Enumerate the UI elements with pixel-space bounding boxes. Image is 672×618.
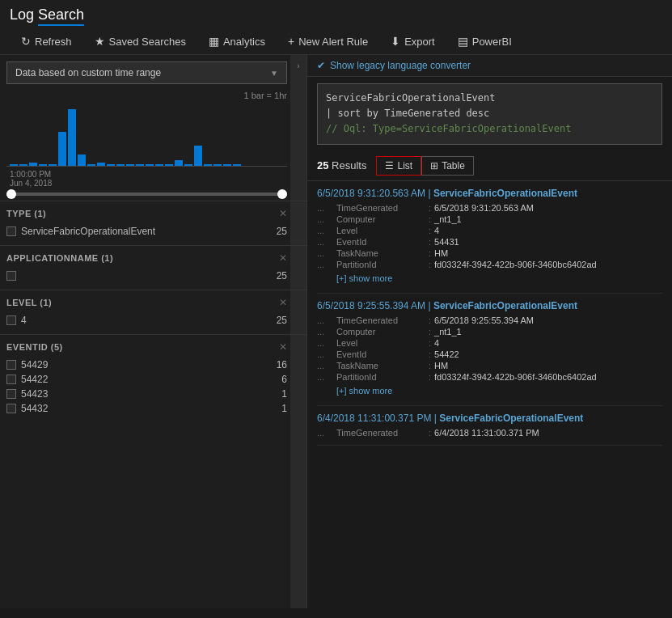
query-editor[interactable]: ServiceFabricOperationalEvent| sort by T…: [317, 83, 662, 145]
field-value: _nt1_1: [434, 214, 462, 224]
result-field: ...Level:4: [317, 337, 662, 349]
field-expand-icon[interactable]: ...: [317, 315, 333, 325]
histogram-bar: [204, 164, 212, 166]
facet-section-applicationname: APPLICATIONNAME (1)✕25: [0, 245, 306, 290]
facet-checkbox[interactable]: [6, 375, 16, 384]
facet-label: 54429: [21, 359, 48, 370]
facet-label: ServiceFabricOperationalEvent: [21, 226, 155, 237]
field-name: TimeGenerated: [336, 428, 425, 438]
result-title[interactable]: 6/4/2018 11:31:00.371 PM | ServiceFabric…: [317, 413, 662, 424]
histogram-bar: [87, 164, 95, 166]
histogram-chart: [6, 102, 287, 167]
facet-row[interactable]: 25: [6, 269, 287, 283]
field-expand-icon[interactable]: ...: [317, 237, 333, 247]
facet-row[interactable]: 544321: [6, 401, 287, 416]
histogram-bar: [39, 164, 47, 166]
saved-searches-button[interactable]: ★ Saved Searches: [83, 28, 197, 54]
field-expand-icon[interactable]: ...: [317, 260, 333, 269]
histogram-bar: [136, 164, 144, 166]
facet-title: APPLICATIONNAME (1): [6, 253, 113, 263]
main-layout: › Data based on custom time range ▼ 1 ba…: [0, 55, 672, 608]
facet-checkbox[interactable]: [6, 315, 16, 325]
field-value: 54431: [434, 237, 459, 247]
field-name: EventId: [336, 349, 425, 359]
field-name: Level: [336, 226, 425, 235]
histogram-bar: [58, 132, 66, 166]
facet-count: 16: [277, 359, 287, 370]
field-expand-icon[interactable]: ...: [317, 349, 333, 359]
legacy-converter-bar[interactable]: ✔ Show legacy language converter: [307, 55, 672, 77]
analytics-icon: ▦: [209, 35, 219, 48]
facet-close-icon[interactable]: ✕: [279, 341, 287, 353]
result-title[interactable]: 6/5/2018 9:31:20.563 AM | ServiceFabricO…: [317, 188, 662, 199]
field-expand-icon[interactable]: ...: [317, 338, 333, 348]
field-name: TimeGenerated: [336, 315, 425, 325]
histogram-bar: [10, 164, 18, 166]
field-expand-icon[interactable]: ...: [317, 226, 333, 235]
facet-row[interactable]: ServiceFabricOperationalEvent25: [6, 224, 287, 239]
result-field: ...PartitionId:fd03324f-3942-422b-906f-3…: [317, 259, 662, 270]
field-expand-icon[interactable]: ...: [317, 214, 333, 224]
slider-thumb-right[interactable]: [277, 189, 287, 199]
facet-row[interactable]: 5442916: [6, 358, 287, 372]
field-expand-icon[interactable]: ...: [317, 203, 333, 213]
field-colon: :: [429, 248, 431, 258]
field-name: Computer: [336, 327, 425, 337]
histogram-bar: [29, 163, 37, 166]
facet-checkbox[interactable]: [6, 226, 16, 236]
analytics-button[interactable]: ▦ Analytics: [197, 28, 277, 54]
show-more-link[interactable]: [+] show more: [317, 270, 662, 286]
result-title[interactable]: 6/5/2018 9:25:55.394 AM | ServiceFabricO…: [317, 300, 662, 311]
time-range-selector[interactable]: Data based on custom time range ▼: [6, 61, 287, 84]
field-expand-icon[interactable]: ...: [317, 327, 333, 337]
histogram-bar: [194, 146, 202, 166]
facet-close-icon[interactable]: ✕: [279, 208, 287, 219]
field-expand-icon[interactable]: ...: [317, 428, 333, 438]
facet-checkbox[interactable]: [6, 404, 16, 413]
title-prefix: Log: [10, 6, 34, 23]
view-list-button[interactable]: ☰ List: [376, 156, 421, 176]
plus-icon: +: [288, 35, 294, 48]
facet-section-type: TYPE (1)✕ServiceFabricOperationalEvent25: [0, 201, 306, 245]
histogram-bar: [175, 160, 183, 166]
facet-checkbox[interactable]: [6, 360, 16, 370]
field-colon: :: [429, 315, 431, 325]
field-value: _nt1_1: [434, 327, 462, 337]
facet-close-icon[interactable]: ✕: [279, 252, 287, 264]
powerbi-icon: ▤: [458, 35, 468, 48]
facet-count: 1: [281, 388, 287, 400]
result-item: 6/4/2018 11:31:00.371 PM | ServiceFabric…: [317, 406, 662, 446]
slider-track: [6, 193, 287, 196]
show-more-link[interactable]: [+] show more: [317, 383, 662, 399]
view-table-button[interactable]: ⊞ Table: [421, 156, 474, 176]
result-item: 6/5/2018 9:31:20.563 AM | ServiceFabricO…: [317, 181, 662, 294]
facet-checkbox[interactable]: [6, 389, 16, 399]
facet-close-icon[interactable]: ✕: [279, 297, 287, 308]
time-slider[interactable]: [0, 188, 306, 201]
export-button[interactable]: ⬇ Export: [379, 28, 446, 54]
facet-row[interactable]: 544226: [6, 372, 287, 387]
query-line: // Oql: Type=ServiceFabricOperationalEve…: [326, 121, 653, 137]
facet-checkbox[interactable]: [6, 271, 16, 281]
refresh-button[interactable]: ↻ Refresh: [10, 28, 83, 54]
field-expand-icon[interactable]: ...: [317, 361, 333, 370]
field-name: TimeGenerated: [336, 203, 425, 213]
facet-count: 25: [277, 270, 287, 281]
facet-count: 6: [281, 374, 287, 385]
histogram-bar: [155, 164, 163, 166]
powerbi-button[interactable]: ▤ PowerBI: [446, 28, 523, 54]
result-item: 6/5/2018 9:25:55.394 AM | ServiceFabricO…: [317, 294, 662, 406]
field-colon: :: [429, 372, 431, 382]
field-colon: :: [429, 237, 431, 247]
results-list: 6/5/2018 9:31:20.563 AM | ServiceFabricO…: [307, 181, 672, 608]
histogram-bar: [19, 164, 27, 166]
field-expand-icon[interactable]: ...: [317, 372, 333, 382]
facet-row[interactable]: 425: [6, 313, 287, 328]
field-expand-icon[interactable]: ...: [317, 248, 333, 258]
slider-thumb-left[interactable]: [6, 189, 16, 199]
header: Log Search ↻ Refresh ★ Saved Searches ▦ …: [0, 0, 672, 55]
result-field: ...Level:4: [317, 225, 662, 236]
new-alert-rule-button[interactable]: + New Alert Rule: [277, 28, 379, 54]
legacy-label: Show legacy language converter: [330, 60, 471, 71]
facet-row[interactable]: 544231: [6, 387, 287, 401]
